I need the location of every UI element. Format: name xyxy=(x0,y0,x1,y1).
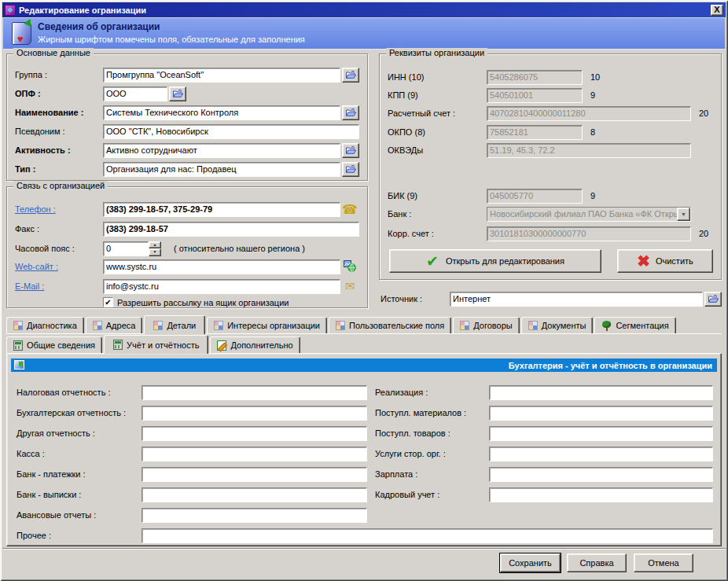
timezone-input[interactable] xyxy=(103,241,149,256)
calculator-icon xyxy=(13,340,23,351)
materials-receipt-input[interactable] xyxy=(489,406,713,421)
cancel-label: Отмена xyxy=(648,558,678,568)
source-input[interactable] xyxy=(450,292,703,307)
timezone-stepper[interactable]: ▲ ▼ xyxy=(149,241,161,256)
cashdesk-input[interactable] xyxy=(142,447,367,461)
tab-label: Пользовательские поля xyxy=(349,321,444,330)
bank-payments-input[interactable] xyxy=(142,467,367,482)
red-cross-icon: ✖ xyxy=(637,252,650,270)
corr-length: 20 xyxy=(699,229,708,238)
window-icon: ❖ xyxy=(5,5,16,16)
fax-input[interactable] xyxy=(103,222,359,237)
salary-input[interactable] xyxy=(489,467,713,482)
grid-icon xyxy=(153,321,163,330)
email-input[interactable] xyxy=(103,279,340,294)
goods-receipt-label: Поступл. товаров : xyxy=(375,428,489,438)
group-contact-legend: Связь с организацией xyxy=(13,181,108,190)
bank-selected-value: Новосибирский филиал ПАО Банка «ФК Откры… xyxy=(487,208,677,221)
inn-input xyxy=(487,70,583,85)
banner-subtitle: Жирным шрифтом помечены поля, обязательн… xyxy=(38,35,305,44)
row-third-party-services: Услуги стор. орг. : xyxy=(375,446,713,461)
grid-icon xyxy=(214,321,223,330)
row-kpp: КПП (9) 9 xyxy=(388,87,713,103)
open-for-edit-button[interactable]: ✔ Открыть для редактирования xyxy=(389,249,601,273)
opf-browse-button[interactable] xyxy=(169,86,186,101)
cancel-button[interactable]: Отмена xyxy=(634,553,693,572)
sub-tabstrip: Общие сведения Учёт и отчётность Дополни… xyxy=(6,334,300,353)
advance-reports-input[interactable] xyxy=(142,508,367,523)
tax-report-label: Налоговая отчетность : xyxy=(17,388,142,397)
help-label: Справка xyxy=(579,558,613,568)
bank-statements-label: Банк - выписки : xyxy=(17,490,142,499)
website-link-label[interactable]: Web-сайт : xyxy=(15,262,103,271)
source-browse-button[interactable] xyxy=(704,292,722,307)
opf-input[interactable] xyxy=(103,86,167,101)
open-folder-icon xyxy=(345,108,357,117)
tab-dokumenty[interactable]: Документы xyxy=(521,317,594,333)
phone-link-label[interactable]: Телефон : xyxy=(15,204,103,214)
goods-receipt-input[interactable] xyxy=(489,426,713,441)
mailing-checkbox-label[interactable]: Разрешить рассылку на ящик организации xyxy=(117,298,289,307)
tab-polzovatelskie-polya[interactable]: Пользовательские поля xyxy=(329,317,451,333)
stepper-down-button[interactable]: ▼ xyxy=(149,248,161,256)
website-input[interactable] xyxy=(103,259,340,274)
email-link-label[interactable]: E-Mail : xyxy=(15,281,103,291)
phone-input[interactable] xyxy=(103,202,340,217)
tab-label: Договоры xyxy=(473,321,512,330)
tab-label: Учёт и отчётность xyxy=(127,340,199,350)
group-input[interactable] xyxy=(103,68,340,83)
row-activity: Активность : xyxy=(15,142,359,158)
sales-label: Реализация : xyxy=(375,388,489,397)
help-button[interactable]: Справка xyxy=(567,553,627,572)
bank-statements-input[interactable] xyxy=(142,487,367,502)
third-party-services-input[interactable] xyxy=(489,447,713,461)
tab-detali[interactable]: Детали xyxy=(144,315,205,334)
other-report-input[interactable] xyxy=(142,426,367,441)
other-input[interactable] xyxy=(142,528,713,543)
other-report-label: Другая отчетность : xyxy=(17,428,142,438)
globe-icon xyxy=(340,259,359,274)
bik-input xyxy=(487,189,583,204)
row-okved: ОКВЭДы xyxy=(388,142,713,158)
group-browse-button[interactable] xyxy=(342,68,359,83)
green-check-icon: ✔ xyxy=(426,252,439,270)
accounting-report-label: Бухгалтерская отчетность : xyxy=(17,408,142,417)
save-label: Сохранить xyxy=(509,558,552,568)
tab-segmentacia[interactable]: Сегментация xyxy=(594,317,675,333)
tab-obschie-svedeniya[interactable]: Общие сведения xyxy=(6,336,102,353)
hr-records-input[interactable] xyxy=(489,487,713,502)
tab-label: Адреса xyxy=(106,321,136,330)
close-button[interactable]: X xyxy=(711,5,723,16)
mailing-checkbox[interactable]: ✔ xyxy=(103,297,113,307)
clear-button[interactable]: ✖ Очистить xyxy=(617,249,713,273)
row-type: Тип : xyxy=(15,161,359,177)
row-advance-reports: Авансовые отчеты : xyxy=(17,507,367,523)
type-browse-button[interactable] xyxy=(342,162,359,177)
row-bank-statements: Банк - выписки : xyxy=(17,487,367,502)
opf-field-label: ОПФ : xyxy=(15,89,103,98)
row-cashdesk: Касса : xyxy=(17,446,367,461)
stepper-up-button[interactable]: ▲ xyxy=(149,241,161,249)
bank-select: Новосибирский филиал ПАО Банка «ФК Откры… xyxy=(487,207,691,222)
activity-input[interactable] xyxy=(103,143,340,158)
sales-input[interactable] xyxy=(489,385,713,400)
accounting-report-input[interactable] xyxy=(142,406,367,421)
row-accounting-report: Бухгалтерская отчетность : xyxy=(17,405,367,421)
tab-adresa[interactable]: Адреса xyxy=(86,317,143,333)
row-goods-receipt: Поступл. товаров : xyxy=(375,425,713,441)
tab-dopolnitelno[interactable]: Дополнительно xyxy=(210,336,300,353)
name-browse-button[interactable] xyxy=(342,105,359,120)
name-input[interactable] xyxy=(103,105,340,120)
type-input[interactable] xyxy=(103,162,340,177)
open-folder-icon xyxy=(345,145,357,155)
alias-input[interactable] xyxy=(103,124,359,139)
tab-dogovory[interactable]: Договоры xyxy=(453,317,519,333)
activity-browse-button[interactable] xyxy=(342,143,359,158)
tab-interesy-organizacii[interactable]: Интересы организации xyxy=(207,317,327,333)
tab-uchet-i-otchetnost[interactable]: Учёт и отчётность xyxy=(104,335,208,354)
save-button[interactable]: Сохранить xyxy=(500,553,561,572)
corr-input xyxy=(487,226,691,241)
grid-icon xyxy=(528,321,538,330)
tax-report-input[interactable] xyxy=(142,385,367,400)
tab-diagnostika[interactable]: Диагностика xyxy=(6,317,84,333)
